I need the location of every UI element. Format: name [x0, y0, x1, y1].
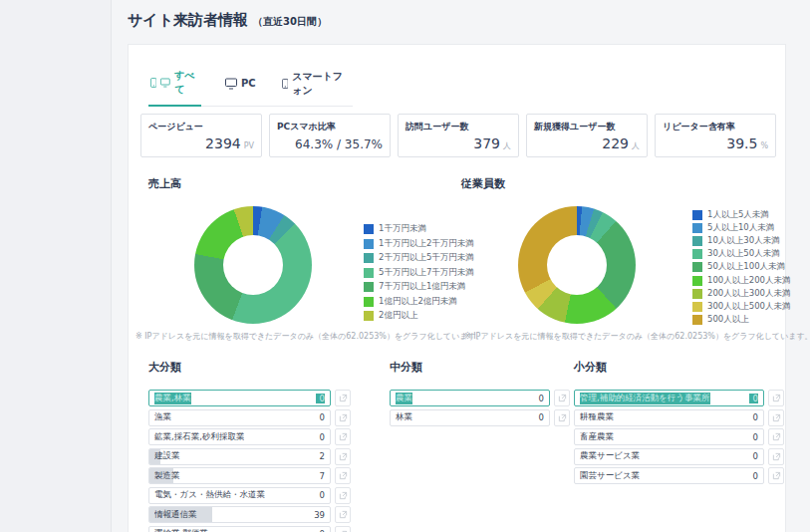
legend-item: 5人以上10人未満	[692, 221, 790, 234]
stat-value: 2394	[205, 135, 241, 151]
open-external-button[interactable]	[335, 428, 351, 445]
legend-label: 2千万円以上5千万円未満	[379, 252, 474, 264]
open-external-button[interactable]	[335, 526, 351, 532]
legend-label: 2億円以上	[379, 310, 417, 322]
external-link-icon	[339, 394, 348, 402]
classification-count: 7	[316, 471, 325, 481]
classification-label: 運輸業,郵便業	[154, 528, 208, 532]
open-external-button[interactable]	[768, 409, 784, 426]
stat-label: ページビュー	[148, 121, 203, 133]
open-external-button[interactable]	[768, 467, 784, 484]
classification-label: 鉱業,採石業,砂利採取業	[154, 431, 244, 443]
classification-count: 0	[316, 490, 325, 500]
classification-label: 情報通信業	[154, 509, 197, 521]
classification-item[interactable]: 林業0	[390, 409, 550, 426]
classification-item[interactable]: 建設業2	[148, 448, 331, 465]
stat-value: 39.5	[726, 135, 757, 151]
legend-swatch	[692, 223, 702, 233]
classification-label: 製造業	[154, 470, 180, 482]
legend-swatch	[364, 311, 374, 321]
page-title-period: （直近30日間）	[253, 16, 327, 27]
legend-item: 7千万円以上1億円未満	[364, 280, 474, 295]
legend-item: 1千万円以上2千万円未満	[364, 237, 474, 252]
classification-row: 鉱業,採石業,砂利採取業0	[148, 428, 351, 445]
legend-swatch	[692, 302, 702, 312]
tab-pc[interactable]: PC	[223, 69, 258, 106]
classification-item[interactable]: 農業サービス業0	[574, 448, 764, 465]
tab-smartphone[interactable]: スマートフォン	[280, 69, 353, 106]
classification-row: 農業サービス業0	[574, 448, 784, 465]
legend-label: 500人以上	[707, 314, 749, 326]
open-external-button[interactable]	[768, 390, 784, 406]
open-external-button[interactable]	[335, 487, 351, 504]
classification-row: 電気・ガス・熱供給・水道業0	[148, 487, 351, 504]
classification-label: 建設業	[154, 450, 180, 462]
stat-card-repeater-rate: リピーター含有率 39.5%	[655, 114, 776, 157]
classification-item[interactable]: 農業,林業0	[148, 390, 331, 406]
classification-row: 耕種農業0	[574, 409, 784, 426]
classification-item[interactable]: 農業0	[390, 390, 550, 406]
stat-card-pageviews: ページビュー 2394PV	[140, 114, 262, 157]
classification-label: 漁業	[154, 411, 171, 423]
classification-count: 0	[749, 471, 758, 481]
legend-swatch	[692, 276, 702, 286]
open-external-button[interactable]	[335, 409, 351, 426]
sales-chart-title: 売上高	[148, 176, 181, 191]
open-external-button[interactable]	[554, 409, 570, 426]
stat-unit: PV	[244, 141, 254, 150]
classification-label: 園芸サービス業	[580, 470, 640, 482]
legend-label: 10人以上30人未満	[707, 235, 780, 247]
legend-label: 7千万円以上1億円未満	[379, 281, 465, 293]
employees-chart-legend: 1人以上5人未満5人以上10人未満10人以上30人未満30人以上50人未満50人…	[692, 208, 790, 327]
classification-item[interactable]: 管理,補助的経済活動を行う事業所0	[574, 390, 764, 406]
open-external-button[interactable]	[768, 428, 784, 445]
stat-label: リピーター含有率	[663, 121, 735, 133]
external-link-icon	[339, 413, 348, 422]
legend-item: 200人以上300人未満	[692, 287, 790, 300]
classification-row: 管理,補助的経済活動を行う事業所0	[574, 390, 784, 406]
external-link-icon	[772, 432, 781, 441]
major-category-header: 大分類	[148, 360, 181, 375]
legend-label: 200人以上300人未満	[707, 288, 790, 300]
tab-all-devices[interactable]: すべて	[148, 69, 201, 107]
desktop-icon	[160, 77, 170, 89]
classification-item[interactable]: 製造業7	[148, 467, 331, 484]
legend-label: 5千万円以上7千万円未満	[379, 267, 474, 279]
open-external-button[interactable]	[335, 506, 351, 523]
legend-item: 500人以上	[692, 314, 790, 327]
classification-count: 0	[749, 394, 758, 403]
legend-item: 2億円以上	[364, 309, 474, 324]
external-link-icon	[772, 394, 781, 402]
tab-label: スマートフォン	[292, 70, 351, 98]
legend-item: 1億円以上2億円未満	[364, 295, 474, 310]
stat-card-new-users: 新規獲得ユーザー数 229人	[526, 114, 648, 157]
legend-swatch	[364, 224, 374, 234]
classification-item[interactable]: 運輸業,郵便業0	[148, 526, 331, 532]
classification-item[interactable]: 園芸サービス業0	[574, 467, 764, 484]
classification-item[interactable]: 畜産農業0	[574, 428, 764, 445]
legend-item: 1人以上5人未満	[692, 208, 790, 221]
legend-swatch	[692, 249, 702, 259]
stat-value: 379	[473, 135, 500, 151]
open-external-button[interactable]	[335, 448, 351, 465]
open-external-button[interactable]	[335, 390, 351, 406]
minor-category-list: 管理,補助的経済活動を行う事業所0耕種農業0畜産農業0農業サービス業0園芸サービ…	[574, 390, 784, 487]
legend-item: 5千万円以上7千万円未満	[364, 266, 474, 281]
classification-item[interactable]: 耕種農業0	[574, 409, 764, 426]
external-link-icon	[339, 452, 348, 461]
employees-donut-chart	[518, 206, 636, 324]
classification-item[interactable]: 漁業0	[148, 409, 331, 426]
legend-swatch	[364, 253, 374, 263]
open-external-button[interactable]	[554, 390, 570, 406]
classification-item[interactable]: 電気・ガス・熱供給・水道業0	[148, 487, 331, 504]
classification-row: 園芸サービス業0	[574, 467, 784, 484]
classification-item[interactable]: 情報通信業39	[148, 506, 331, 523]
classification-label: 耕種農業	[580, 411, 614, 423]
classification-item[interactable]: 鉱業,採石業,砂利採取業0	[148, 428, 331, 445]
legend-item: 30人以上50人未満	[692, 248, 790, 261]
classification-label: 農業サービス業	[580, 450, 640, 462]
open-external-button[interactable]	[335, 467, 351, 484]
open-external-button[interactable]	[768, 448, 784, 465]
classification-count: 0	[316, 412, 325, 422]
stat-value: 229	[602, 135, 629, 151]
